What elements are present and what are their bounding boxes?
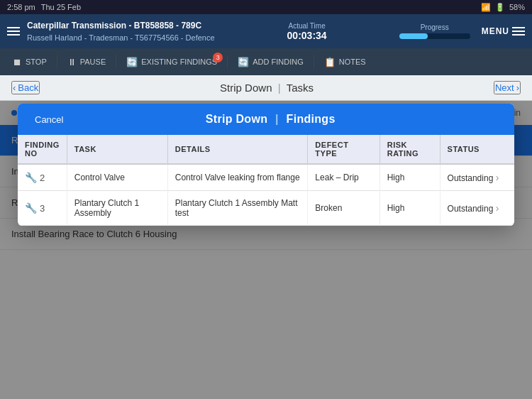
findings-badge: 3 xyxy=(213,53,223,62)
cell-task-0: Control Valve xyxy=(67,164,167,191)
findings-icon: 🔄 xyxy=(126,57,138,67)
finding-icon-1: 🔧 3 xyxy=(25,202,60,214)
battery-icon: 🔋 xyxy=(495,3,505,12)
existing-findings-label: EXISTING FINDINGS xyxy=(141,58,217,66)
existing-findings-button[interactable]: 🔄 EXISTING FINDINGS 3 xyxy=(119,54,224,70)
nav-bar: ‹ Back Strip Down | Tasks Next › xyxy=(0,75,532,101)
col-header-defect-type: DEFECT TYPE xyxy=(308,135,379,164)
modal-title: Strip Down | Findings xyxy=(80,113,460,126)
nav-title-part1: Strip Down xyxy=(220,82,272,94)
next-label: Next xyxy=(495,82,514,93)
progress-section: Progress xyxy=(399,23,470,39)
row-chevron-1: › xyxy=(496,202,499,214)
findings-modal: Cancel Strip Down | Findings FINDING NO … xyxy=(18,104,514,226)
notes-button[interactable]: 📋 NOTES xyxy=(317,54,373,70)
cell-details-0: Control Valve leaking from flange xyxy=(167,164,308,191)
nav-title-part2: Tasks xyxy=(287,82,314,94)
divider-4 xyxy=(314,55,314,69)
col-header-status: STATUS xyxy=(440,135,514,164)
status-time: 2:58 pm xyxy=(7,3,35,11)
add-finding-label: ADD FINDING xyxy=(253,58,304,66)
status-text-1: Outstanding xyxy=(448,204,494,214)
modal-title-separator: | xyxy=(275,113,282,125)
cell-status-1: Outstanding › xyxy=(440,191,514,226)
stop-button[interactable]: ⏹ STOP xyxy=(6,54,54,70)
row-chevron-0: › xyxy=(496,172,499,183)
col-header-task: TASK xyxy=(67,135,167,164)
menu-icon xyxy=(512,27,525,35)
wifi-icon: 📶 xyxy=(481,3,491,12)
progress-label: Progress xyxy=(421,23,449,31)
status-bar-left: 2:58 pm Thu 25 Feb xyxy=(7,3,81,11)
battery-percent: 58% xyxy=(509,3,525,11)
nav-title-separator: | xyxy=(278,82,284,94)
back-button[interactable]: ‹ Back xyxy=(11,81,40,94)
back-chevron-icon: ‹ xyxy=(13,82,16,93)
menu-label: MENU xyxy=(482,26,509,36)
actual-time-label: Actual Time xyxy=(288,22,325,30)
table-row-1[interactable]: 🔧 3 Plantary Clutch 1 Assembly Plantary … xyxy=(18,191,514,226)
stop-label: STOP xyxy=(26,58,47,66)
col-header-details: DETAILS xyxy=(167,135,308,164)
table-row-0[interactable]: 🔧 2 Control Valve Control Valve leaking … xyxy=(18,164,514,191)
pause-button[interactable]: ⏸ PAUSE xyxy=(60,54,113,70)
cell-defect-1: Broken xyxy=(308,191,379,226)
next-button[interactable]: Next › xyxy=(494,81,521,94)
app-header: Caterpillar Transmission - BT858858 - 78… xyxy=(0,14,532,48)
notes-icon: 📋 xyxy=(324,57,336,67)
cell-risk-1: High xyxy=(379,191,440,226)
add-finding-button[interactable]: 🔄 ADD FINDING xyxy=(231,54,311,70)
header-right: Progress MENU xyxy=(399,23,525,39)
status-bar: 2:58 pm Thu 25 Feb 📶 🔋 58% xyxy=(0,0,532,14)
back-label: Back xyxy=(18,82,38,93)
progress-bar-outer xyxy=(399,33,470,39)
modal-title-part2: Findings xyxy=(287,113,336,125)
col-header-finding-no: FINDING NO xyxy=(18,135,67,164)
divider-1 xyxy=(57,55,57,69)
pause-label: PAUSE xyxy=(80,58,106,66)
actual-time-section: Actual Time 00:03:34 xyxy=(287,22,327,41)
device-name: Caterpillar Transmission - BT858858 - 78… xyxy=(27,19,215,32)
cell-risk-0: High xyxy=(379,164,440,191)
status-day: Thu 25 Feb xyxy=(41,3,81,11)
action-bar: ⏹ STOP ⏸ PAUSE 🔄 EXISTING FINDINGS 3 🔄 A… xyxy=(0,48,532,75)
findings-table-header: FINDING NO TASK DETAILS DEFECT TYPE RISK… xyxy=(18,135,514,164)
actual-time-value: 00:03:34 xyxy=(287,30,327,41)
next-chevron-icon: › xyxy=(516,82,519,93)
findings-table: FINDING NO TASK DETAILS DEFECT TYPE RISK… xyxy=(18,135,514,226)
device-info: Caterpillar Transmission - BT858858 - 78… xyxy=(27,19,215,44)
person-name: Russell Harland - Tradesman - T567754566… xyxy=(27,32,215,44)
modal-header: Cancel Strip Down | Findings xyxy=(18,104,514,135)
finding-no-1: 3 xyxy=(40,203,45,214)
status-text-0: Outstanding xyxy=(448,173,494,183)
menu-hamburger-icon[interactable] xyxy=(7,27,20,35)
cell-status-0: Outstanding › xyxy=(440,164,514,191)
modal-cancel-button[interactable]: Cancel xyxy=(29,111,69,128)
cell-details-1: Plantary Clutch 1 Assembly Matt test xyxy=(167,191,308,226)
cell-finding-no-0: 🔧 2 xyxy=(18,164,67,191)
stop-icon: ⏹ xyxy=(13,57,22,67)
menu-button[interactable]: MENU xyxy=(482,26,525,36)
modal-overlay: Cancel Strip Down | Findings FINDING NO … xyxy=(0,101,532,399)
finding-no-0: 2 xyxy=(40,173,45,183)
status-bar-right: 📶 🔋 58% xyxy=(481,3,525,12)
wrench-icon-0: 🔧 xyxy=(25,172,37,183)
modal-title-part1: Strip Down xyxy=(206,113,267,125)
header-left: Caterpillar Transmission - BT858858 - 78… xyxy=(7,19,215,44)
add-finding-icon: 🔄 xyxy=(238,57,249,67)
cell-defect-0: Leak – Drip xyxy=(308,164,379,191)
col-header-risk-rating: RISK RATING xyxy=(379,135,440,164)
progress-bar-fill xyxy=(399,33,428,39)
findings-table-body: 🔧 2 Control Valve Control Valve leaking … xyxy=(18,164,514,226)
finding-icon-0: 🔧 2 xyxy=(25,172,60,183)
main-content: Review Take 5 Remove Control Valve 🕐 EST… xyxy=(0,101,532,399)
pause-icon: ⏸ xyxy=(67,57,77,67)
notes-label: NOTES xyxy=(339,58,366,66)
divider-3 xyxy=(227,55,228,69)
divider-2 xyxy=(116,55,116,69)
nav-title: Strip Down | Tasks xyxy=(220,82,314,94)
cell-finding-no-1: 🔧 3 xyxy=(18,191,67,226)
cell-task-1: Plantary Clutch 1 Assembly xyxy=(67,191,167,226)
wrench-icon-1: 🔧 xyxy=(25,202,37,214)
findings-header-row: FINDING NO TASK DETAILS DEFECT TYPE RISK… xyxy=(18,135,514,164)
